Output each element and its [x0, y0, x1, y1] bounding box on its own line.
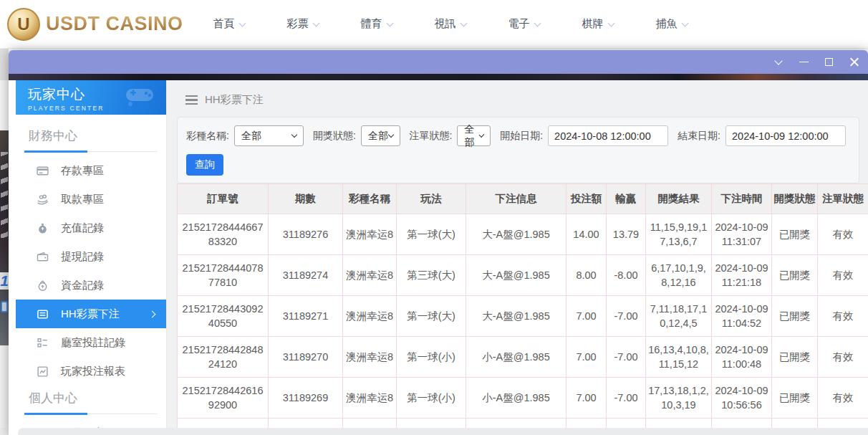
- sidebar: 玩家中心 PLAYERS CENTER 財務中心存款專區取款專區充值記錄提現記錄…: [16, 80, 167, 435]
- chevron-down-icon: [774, 57, 782, 64]
- sidebar-item-label: 存款專區: [61, 164, 104, 178]
- sidebar-header: 玩家中心 PLAYERS CENTER: [16, 80, 166, 115]
- cell: 7.00: [566, 378, 607, 419]
- background-digit: 1: [0, 272, 9, 290]
- order-status-value: 全部: [464, 123, 480, 149]
- cell: 有效: [818, 337, 868, 378]
- window-banner-strip: [9, 74, 868, 80]
- nav-item-label: 電子: [508, 17, 530, 31]
- cell: 8.00: [566, 255, 607, 296]
- nav-item-1[interactable]: 彩票: [287, 17, 319, 31]
- lottery-name-label: 彩種名稱:: [186, 130, 229, 143]
- close-icon: [849, 57, 859, 67]
- sidebar-item-lottery-ticket[interactable]: HH彩票下注: [16, 300, 166, 328]
- sidebar-item-coin-purse[interactable]: 資金記錄: [16, 271, 166, 300]
- order-status-select[interactable]: 全部: [457, 125, 491, 146]
- nav-item-label: 首頁: [213, 17, 235, 31]
- sidebar-section-header: 個人中心: [16, 386, 166, 414]
- cell: 第一球(大): [397, 214, 466, 255]
- table-row: 215217284428482412031189270澳洲幸运8第一球(小)小-…: [178, 337, 868, 378]
- nav-item-label: 捕魚: [656, 17, 677, 31]
- gamepad-icon: [123, 85, 156, 106]
- window-collapse-button[interactable]: [773, 57, 784, 68]
- cell: 小-A盤@1.985: [466, 337, 566, 378]
- sidebar-item-label: 取款專區: [61, 193, 104, 206]
- background-stamp-icon: [1, 301, 8, 312]
- cell: 16,13,4,10,8,11,15,12: [646, 337, 712, 378]
- cell: 7,11,18,17,10,12,4,5: [646, 296, 712, 337]
- sidebar-item-hand-coin[interactable]: 取款專區: [16, 185, 166, 214]
- search-button[interactable]: 查詢: [186, 154, 223, 176]
- lottery-name-select[interactable]: 全部: [234, 125, 304, 146]
- column-header: 玩法: [397, 184, 466, 214]
- nav-item-3[interactable]: 視訊: [435, 17, 466, 31]
- cell: -8.00: [607, 255, 646, 296]
- cell: 31189269: [269, 378, 343, 419]
- nav-item-label: 體育: [361, 17, 382, 31]
- sidebar-item-label: 廳室投註記錄: [61, 336, 125, 350]
- cell: 2024-10-09 11:31:07: [712, 214, 772, 255]
- window-maximize-button[interactable]: [823, 57, 834, 68]
- sidebar-item-report-chart[interactable]: 玩家投注報表: [16, 357, 166, 386]
- cell: 2152172844284824120: [178, 337, 269, 378]
- sidebar-item-label: 充值記錄: [61, 221, 104, 235]
- chevron-down-icon: [607, 19, 614, 27]
- sidebar-item-checklist[interactable]: 廳室投註記錄: [16, 328, 166, 357]
- table-row: 215217284446678332031189276澳洲幸运8第一球(大)大-…: [178, 214, 868, 255]
- cell: 7.00: [566, 296, 607, 337]
- end-date-input[interactable]: [725, 125, 846, 146]
- cell: 有效: [818, 255, 868, 296]
- cell: 大-A盤@1.985: [466, 255, 566, 296]
- cell: 已開獎: [772, 296, 818, 337]
- chevron-down-icon: [291, 132, 297, 138]
- window-controls: [773, 57, 859, 68]
- cell: 31189276: [269, 214, 343, 255]
- chevron-down-icon: [681, 19, 688, 27]
- menu-icon[interactable]: [185, 95, 198, 105]
- order-status-label: 注單狀態:: [410, 130, 453, 143]
- cell: 2024-10-09 11:04:52: [712, 296, 772, 337]
- nav-item-4[interactable]: 電子: [508, 17, 540, 31]
- sidebar-section-title: 個人中心: [24, 386, 158, 414]
- cell: 2024-10-09 10:56:56: [712, 378, 772, 419]
- cell: 11,15,9,19,17,13,6,7: [646, 214, 712, 255]
- draw-status-select[interactable]: 全部: [361, 125, 400, 146]
- window-titlebar[interactable]: [9, 50, 868, 74]
- cell: 7.00: [566, 337, 607, 378]
- column-header: 訂單號: [178, 184, 269, 214]
- cell: 第一球(大): [397, 296, 466, 337]
- cell: 澳洲幸运8: [343, 337, 397, 378]
- cell: 14.00: [566, 214, 607, 255]
- wallet-icon: [37, 251, 49, 263]
- chevron-down-icon: [460, 19, 467, 27]
- chevron-down-icon: [387, 132, 393, 138]
- cell: 有效: [818, 378, 868, 419]
- report-chart-icon: [37, 365, 49, 378]
- window-body: 玩家中心 PLAYERS CENTER 財務中心存款專區取款專區充值記錄提現記錄…: [9, 80, 868, 435]
- cell: 澳洲幸运8: [343, 378, 397, 419]
- cell: -7.00: [607, 337, 646, 378]
- nav-item-2[interactable]: 體育: [361, 17, 392, 31]
- sidebar-item-money-bag[interactable]: 充值記錄: [16, 214, 166, 242]
- window-close-button[interactable]: [848, 57, 859, 68]
- column-header: 注單狀態: [818, 184, 868, 214]
- site-logo[interactable]: U USDT CASINO: [7, 8, 183, 41]
- nav-item-6[interactable]: 捕魚: [656, 17, 688, 31]
- nav-item-5[interactable]: 棋牌: [582, 17, 614, 31]
- sidebar-item-wallet[interactable]: 提現記錄: [16, 242, 166, 271]
- cell: -7.00: [607, 296, 646, 337]
- breadcrumb: HH彩票下注: [185, 93, 868, 107]
- sidebar-section-header: 財務中心: [16, 123, 166, 152]
- logo-text: USDT CASINO: [46, 13, 183, 35]
- nav-item-0[interactable]: 首頁: [213, 17, 245, 31]
- main-content: HH彩票下注 彩種名稱: 全部 開獎狀態: 全部: [167, 80, 868, 435]
- column-header: 彩種名稱: [343, 184, 397, 214]
- column-header: 投注額: [566, 184, 607, 214]
- window-minimize-button[interactable]: [798, 57, 809, 68]
- chevron-down-icon: [312, 19, 319, 27]
- draw-status-label: 開獎狀態:: [313, 130, 356, 143]
- cell: 第三球(大): [397, 255, 466, 296]
- chevron-down-icon: [534, 19, 541, 27]
- start-date-input[interactable]: [548, 125, 668, 146]
- sidebar-item-bank-card[interactable]: 存款專區: [16, 156, 166, 185]
